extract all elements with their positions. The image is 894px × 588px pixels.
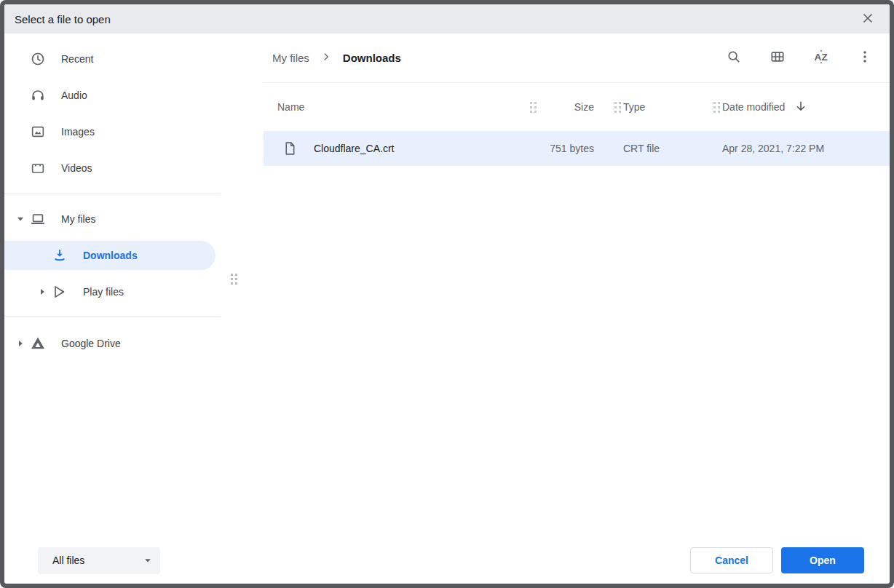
sidebar-item-label: Google Drive [61,338,121,349]
column-header-label: Date modified [722,101,785,113]
cancel-button[interactable]: Cancel [690,547,773,573]
sidebar-item-play-files[interactable]: Play files [4,274,221,310]
action-buttons: Cancel Open [690,547,864,573]
dialog-footer: All files Cancel Open [4,533,890,584]
sidebar-item-label: Videos [61,162,92,174]
sidebar: Recent Audio Images [4,33,221,533]
column-header-size[interactable]: Size [539,101,612,113]
sidebar-item-google-drive[interactable]: Google Drive [4,325,221,362]
breadcrumb-current[interactable]: Downloads [343,52,401,64]
file-type-filter-select[interactable]: All files [38,547,160,574]
sidebar-separator [4,316,221,317]
sort-az-icon: AZ [812,48,830,68]
dialog-title: Select a file to open [15,13,111,25]
play-store-icon [51,283,68,301]
chevron-right-icon[interactable] [36,286,48,298]
empty-file-area [264,166,890,533]
file-name: Cloudflare_CA.crt [314,143,395,154]
chevron-down-icon[interactable] [15,213,26,225]
chevron-right-icon[interactable] [15,338,26,349]
dialog-content: Recent Audio Images [4,33,890,533]
close-icon [862,12,874,26]
sort-button[interactable]: AZ [808,45,834,71]
headphones-icon [29,87,47,104]
sidebar-item-label: Audio [61,90,87,101]
file-date-modified: Apr 28, 2021, 7:22 PM [722,143,890,154]
titlebar: Select a file to open [4,4,890,33]
file-type: CRT file [623,143,711,154]
close-button[interactable] [858,9,878,29]
table-header: Name Size Type Date modified [264,83,890,131]
column-header-name[interactable]: Name [277,101,527,113]
sidebar-item-label: Play files [83,286,124,298]
dropdown-caret-icon [144,555,151,566]
image-icon [29,123,47,140]
grid-view-button[interactable] [764,45,791,71]
more-menu-button[interactable] [852,45,878,71]
file-type-filter-value: All files [52,555,84,566]
column-resize-handle[interactable] [530,102,537,113]
sidebar-item-label: Downloads [83,250,138,261]
column-resize-handle[interactable] [713,102,720,113]
grid-view-icon [770,49,786,67]
sidebar-separator [4,194,221,194]
svg-text:Z: Z [822,52,828,63]
sort-descending-arrow-icon [794,99,808,116]
file-name-cell: Cloudflare_CA.crt [277,140,527,156]
sidebar-item-videos[interactable]: Videos [4,150,221,186]
sidebar-item-label: Recent [61,53,93,65]
sidebar-item-my-files[interactable]: My files [4,201,221,237]
panel-resize-handle[interactable] [231,274,237,285]
column-resize-handle[interactable] [614,102,621,113]
column-header-type[interactable]: Type [623,101,711,113]
google-drive-icon [29,335,47,352]
dialog-frame: Select a file to open Recent [0,0,894,588]
main-toolbar: My files Downloads [264,33,890,82]
file-size: 751 bytes [539,143,612,154]
toolbar-buttons: AZ [721,45,878,71]
sidebar-item-label: My files [61,213,95,225]
breadcrumb: My files Downloads [272,50,401,66]
sidebar-item-audio[interactable]: Audio [4,77,221,114]
breadcrumb-parent[interactable]: My files [272,52,309,64]
download-icon [51,247,68,264]
search-icon [726,49,742,67]
sidebar-item-images[interactable]: Images [4,114,221,150]
more-menu-icon [857,49,873,67]
file-icon [282,140,298,156]
svg-text:A: A [815,52,822,63]
table-row[interactable]: Cloudflare_CA.crt 751 bytes CRT file Apr… [264,131,890,166]
file-picker-dialog: Select a file to open Recent [4,4,890,584]
column-header-date-modified[interactable]: Date modified [722,99,890,116]
chevron-right-icon [320,50,333,66]
clock-icon [29,50,47,68]
file-list-panel: My files Downloads [264,33,890,533]
sidebar-item-label: Images [61,126,95,138]
laptop-icon [29,210,47,228]
sidebar-item-downloads[interactable]: Downloads [4,241,215,270]
video-icon [29,159,47,177]
open-button[interactable]: Open [781,547,864,573]
search-button[interactable] [721,45,747,71]
sidebar-item-recent[interactable]: Recent [4,41,221,77]
